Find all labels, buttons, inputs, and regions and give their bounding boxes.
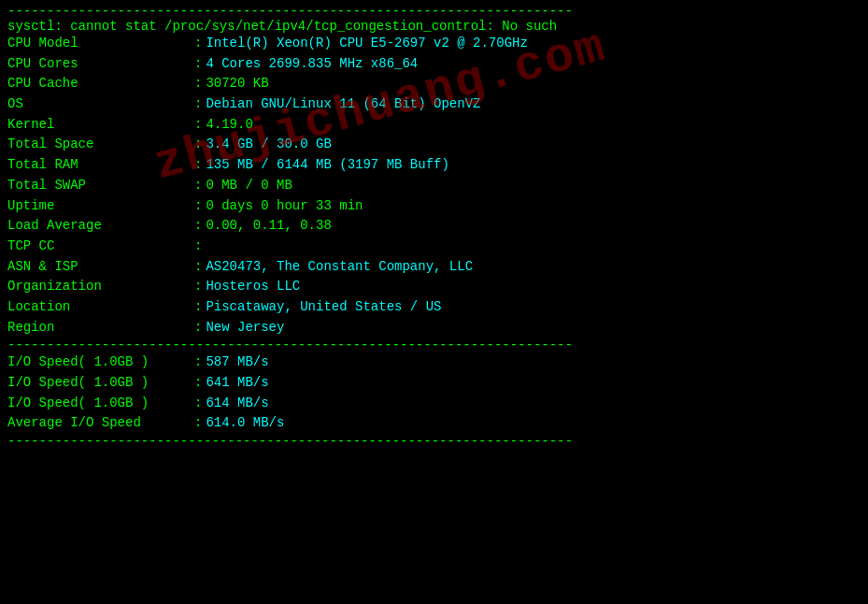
row-value: Debian GNU/Linux 11 (64 Bit) OpenVZ [206, 94, 480, 115]
row-colon: : [194, 135, 202, 155]
bottom-divider: ----------------------------------------… [7, 434, 861, 449]
middle-divider: ----------------------------------------… [7, 338, 861, 352]
row-label: Location [7, 297, 194, 318]
row-colon: : [194, 196, 202, 217]
info-row: OS: Debian GNU/Linux 11 (64 Bit) OpenVZ [7, 94, 861, 115]
row-value: 4 Cores 2699.835 MHz x86_64 [206, 54, 418, 75]
row-value: 0 days 0 hour 33 min [206, 196, 363, 217]
row-colon: : [194, 318, 202, 338]
system-info-section: CPU Model: Intel(R) Xeon(R) CPU E5-2697 … [7, 34, 861, 338]
info-row: CPU Model: Intel(R) Xeon(R) CPU E5-2697 … [7, 34, 861, 54]
row-value: Intel(R) Xeon(R) CPU E5-2697 v2 @ 2.70GH… [206, 34, 527, 54]
row-colon: : [194, 115, 202, 136]
io-row-value: 641 MB/s [206, 373, 268, 394]
row-colon: : [194, 74, 202, 94]
row-colon: : [194, 94, 202, 115]
row-colon: : [194, 176, 202, 196]
info-row: TCP CC: [7, 237, 861, 257]
row-label: Region [7, 318, 194, 338]
error-line: sysctl: cannot stat /proc/sys/net/ipv4/t… [7, 19, 861, 34]
info-row: Region: New Jersey [7, 318, 861, 338]
io-row: I/O Speed( 1.0GB ): 641 MB/s [7, 373, 861, 394]
row-colon: : [194, 297, 202, 318]
row-label: CPU Cache [7, 74, 194, 94]
info-row: CPU Cores: 4 Cores 2699.835 MHz x86_64 [7, 54, 861, 75]
row-value: Hosteros LLC [206, 277, 300, 297]
row-label: Kernel [7, 115, 194, 136]
io-row-colon: : [194, 373, 202, 394]
row-colon: : [194, 257, 202, 278]
info-row: Uptime: 0 days 0 hour 33 min [7, 196, 861, 217]
io-row-label: Average I/O Speed [7, 413, 194, 434]
io-row-colon: : [194, 352, 202, 373]
row-value: 4.19.0 [206, 115, 252, 136]
row-colon: : [194, 54, 202, 75]
row-label: Uptime [7, 196, 194, 217]
io-row-value: 614.0 MB/s [206, 413, 284, 434]
info-row: Organization: Hosteros LLC [7, 277, 861, 297]
row-value: 0 MB / 0 MB [206, 176, 292, 196]
row-colon: : [194, 237, 202, 257]
io-row-label: I/O Speed( 1.0GB ) [7, 373, 194, 394]
row-label: Organization [7, 277, 194, 297]
row-value: New Jersey [206, 318, 284, 338]
io-section: I/O Speed( 1.0GB ): 587 MB/s I/O Speed( … [7, 352, 861, 434]
row-label: Total RAM [7, 155, 194, 176]
terminal-container: ----------------------------------------… [7, 4, 861, 449]
row-colon: : [194, 155, 202, 176]
row-label: Total SWAP [7, 176, 194, 196]
io-row-colon: : [194, 413, 202, 434]
row-colon: : [194, 34, 202, 54]
info-row: Total RAM: 135 MB / 6144 MB (3197 MB Buf… [7, 155, 861, 176]
io-row-colon: : [194, 394, 202, 414]
row-label: TCP CC [7, 237, 194, 257]
row-value: 30720 KB [206, 74, 268, 94]
row-value: Piscataway, United States / US [206, 297, 441, 318]
row-label: CPU Model [7, 34, 194, 54]
row-value: AS20473, The Constant Company, LLC [206, 257, 473, 278]
row-label: Total Space [7, 135, 194, 155]
io-row: Average I/O Speed: 614.0 MB/s [7, 413, 861, 434]
row-label: CPU Cores [7, 54, 194, 75]
io-row-value: 587 MB/s [206, 352, 268, 373]
info-row: Total SWAP: 0 MB / 0 MB [7, 176, 861, 196]
io-row-label: I/O Speed( 1.0GB ) [7, 352, 194, 373]
row-label: OS [7, 94, 194, 115]
row-value: 0.00, 0.11, 0.38 [206, 216, 331, 237]
row-value: 3.4 GB / 30.0 GB [206, 135, 331, 155]
io-row-value: 614 MB/s [206, 394, 268, 414]
io-row: I/O Speed( 1.0GB ): 587 MB/s [7, 352, 861, 373]
top-divider: ----------------------------------------… [7, 4, 861, 19]
io-row: I/O Speed( 1.0GB ): 614 MB/s [7, 394, 861, 414]
row-colon: : [194, 216, 202, 237]
row-label: Load Average [7, 216, 194, 237]
info-row: Total Space: 3.4 GB / 30.0 GB [7, 135, 861, 155]
info-row: Location: Piscataway, United States / US [7, 297, 861, 318]
row-label: ASN & ISP [7, 257, 194, 278]
info-row: Load Average: 0.00, 0.11, 0.38 [7, 216, 861, 237]
row-value: 135 MB / 6144 MB (3197 MB Buff) [206, 155, 448, 176]
info-row: Kernel: 4.19.0 [7, 115, 861, 136]
info-row: CPU Cache: 30720 KB [7, 74, 861, 94]
io-row-label: I/O Speed( 1.0GB ) [7, 394, 194, 414]
info-row: ASN & ISP: AS20473, The Constant Company… [7, 257, 861, 278]
row-colon: : [194, 277, 202, 297]
